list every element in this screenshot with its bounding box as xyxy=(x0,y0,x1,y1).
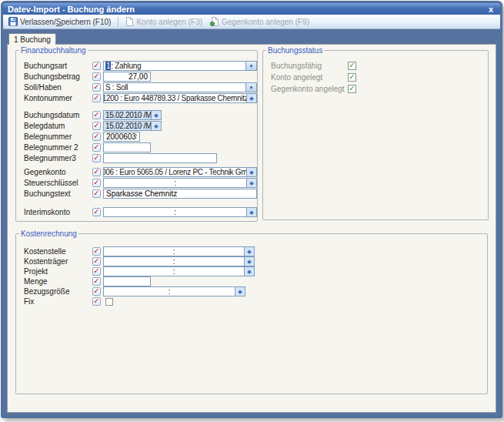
buchungsdatum-value: 15.02.2010 /Mo xyxy=(104,111,151,119)
group-buchungsstatus-title: Buchungsstatus xyxy=(266,46,324,55)
menge-input[interactable] xyxy=(103,276,151,286)
belegdatum-enable-checkbox[interactable]: ✓ xyxy=(92,122,101,130)
belegnummer-enable-checkbox[interactable]: ✓ xyxy=(92,132,101,141)
konto-angelegt-checkbox[interactable]: ✓ xyxy=(348,73,356,82)
spinner-icon[interactable]: ◆ xyxy=(151,111,161,119)
kostenstelle-field[interactable]: : ◆ xyxy=(103,246,255,256)
projekt-value: : xyxy=(104,267,244,276)
tab-buchung[interactable]: 1 Buchung xyxy=(8,33,56,45)
belegnummer3-input[interactable] xyxy=(103,153,217,163)
gegenkonto-enable-checkbox[interactable]: ✓ xyxy=(92,168,101,176)
kontonummer-enable-checkbox[interactable]: ✓ xyxy=(92,94,101,102)
row-steuerschluessel: Steuerschlüssel ✓ : ◆ xyxy=(16,178,257,188)
belegnummer2-label: Belegnummer 2 xyxy=(24,143,92,152)
buchungstext-enable-checkbox[interactable]: ✓ xyxy=(92,189,101,198)
red-check-icon: ✓ xyxy=(93,143,99,151)
belegdatum-field[interactable]: 15.02.2010 /Mo ◆ xyxy=(103,121,162,131)
spinner-icon[interactable]: ◆ xyxy=(244,257,254,266)
chevron-down-icon[interactable]: ▼ xyxy=(245,83,256,92)
buchungsbetrag-enable-checkbox[interactable]: ✓ xyxy=(92,72,101,81)
kostenstelle-enable-checkbox[interactable]: ✓ xyxy=(92,247,101,256)
menge-label: Menge xyxy=(24,277,92,286)
chevron-down-icon[interactable]: ▼ xyxy=(245,62,256,70)
window-title: Datev-Import - Buchung ändern xyxy=(8,5,486,14)
spinner-icon[interactable]: ◆ xyxy=(246,179,256,187)
steuerschluessel-enable-checkbox[interactable]: ✓ xyxy=(92,179,101,187)
soll-haben-dropdown[interactable]: S : Soll ▼ xyxy=(103,82,257,92)
bezugsgroesse-field[interactable]: : ◆ xyxy=(103,286,245,296)
spinner-icon[interactable]: ◆ xyxy=(151,122,161,130)
belegnummer2-input[interactable] xyxy=(103,142,151,152)
form-panel: Finanzbuchhaltung Buchungsart ✓ 1 : Zahl… xyxy=(7,44,496,413)
title-bar[interactable]: Datev-Import - Buchung ändern x xyxy=(3,3,500,15)
buchungsart-dropdown[interactable]: 1 : Zahlung ▼ xyxy=(103,61,257,71)
group-buchungsstatus: Buchungsstatus Buchungsfähig ✓ Konto ang… xyxy=(262,46,489,220)
kontonummer-label: Kontonummer xyxy=(24,94,92,102)
projekt-field[interactable]: : ◆ xyxy=(103,266,255,276)
belegnummer2-enable-checkbox[interactable]: ✓ xyxy=(92,143,101,152)
spinner-icon[interactable]: ◆ xyxy=(235,287,245,296)
save-exit-label: Verlassen/Speichern (F10) xyxy=(20,18,111,26)
konto-angelegt-label: Konto angelegt xyxy=(271,73,348,82)
kostentraeger-enable-checkbox[interactable]: ✓ xyxy=(92,257,101,266)
kostentraeger-field[interactable]: : ◆ xyxy=(103,256,255,266)
projekt-enable-checkbox[interactable]: ✓ xyxy=(92,267,101,276)
menge-enable-checkbox[interactable]: ✓ xyxy=(92,277,101,286)
row-belegnummer: Belegnummer ✓ xyxy=(16,132,257,142)
gegenkonto-angelegt-checkbox[interactable]: ✓ xyxy=(348,85,356,93)
buchungsdatum-field[interactable]: 15.02.2010 /Mo ◆ xyxy=(103,110,162,120)
bezugsgroesse-value: : xyxy=(104,287,235,296)
create-contra-account-button[interactable]: Gegenkonto anlegen (F9) xyxy=(207,16,312,27)
interimskonto-label: Interimskonto xyxy=(24,208,92,216)
create-account-button[interactable]: Konto anlegen (F3) xyxy=(122,16,205,27)
kostenstelle-label: Kostenstelle xyxy=(24,247,92,256)
interimskonto-field[interactable]: : ◆ xyxy=(103,207,257,217)
buchungsfaehig-label: Buchungsfähig xyxy=(271,62,348,70)
row-buchungsdatum: Buchungsdatum ✓ 15.02.2010 /Mo ◆ xyxy=(16,110,257,120)
spinner-icon[interactable]: ◆ xyxy=(246,94,256,102)
save-exit-button[interactable]: Verlassen/Speichern (F10) xyxy=(5,16,114,27)
fix-checkbox[interactable] xyxy=(105,298,113,306)
belegnummer-input[interactable] xyxy=(103,132,140,142)
red-check-icon: ✓ xyxy=(93,72,99,80)
steuerschluessel-value: : xyxy=(104,179,246,187)
steuerschluessel-field[interactable]: : ◆ xyxy=(103,178,257,188)
buchungstext-input[interactable] xyxy=(103,189,257,199)
soll-haben-label: Soll/Haben xyxy=(24,83,92,92)
spinner-icon[interactable]: ◆ xyxy=(244,267,254,276)
buchungsfaehig-checkbox[interactable]: ✓ xyxy=(348,62,356,70)
interimskonto-enable-checkbox[interactable]: ✓ xyxy=(92,208,101,216)
buchungsdatum-enable-checkbox[interactable]: ✓ xyxy=(92,111,101,119)
row-konto-angelegt: Konto angelegt ✓ xyxy=(263,72,488,82)
row-belegdatum: Belegdatum ✓ 15.02.2010 /Mo ◆ xyxy=(16,121,257,131)
group-finanzbuchhaltung-title: Finanzbuchhaltung xyxy=(19,46,88,55)
spinner-icon[interactable]: ◆ xyxy=(246,208,256,216)
buchungsart-enable-checkbox[interactable]: ✓ xyxy=(92,62,101,70)
row-kostenstelle: Kostenstelle ✓ : ◆ xyxy=(16,246,487,256)
spinner-icon[interactable]: ◆ xyxy=(244,247,254,256)
red-check-icon: ✓ xyxy=(93,257,99,265)
kontonummer-field[interactable]: 1200 : Euro 448789.33 / Sparkasse Chemni… xyxy=(103,93,257,103)
soll-haben-enable-checkbox[interactable]: ✓ xyxy=(92,83,101,92)
row-projekt: Projekt ✓ : ◆ xyxy=(16,266,487,276)
close-icon[interactable]: x xyxy=(486,5,496,14)
bezugsgroesse-enable-checkbox[interactable]: ✓ xyxy=(92,287,101,296)
row-gegenkonto: Gegenkonto ✓ 10006 : Euro 5065.05 / Lore… xyxy=(16,167,257,177)
red-check-icon: ✓ xyxy=(93,247,99,255)
gegenkonto-field[interactable]: 10006 : Euro 5065.05 / Lorenz PC - Techn… xyxy=(103,167,257,177)
row-bezugsgroesse: Bezugsgröße ✓ : ◆ xyxy=(16,286,487,296)
buchungsbetrag-input[interactable] xyxy=(103,72,151,82)
document-icon xyxy=(125,17,134,26)
floppy-disk-icon xyxy=(8,17,18,26)
bezugsgroesse-label: Bezugsgröße xyxy=(24,287,92,296)
group-finanzbuchhaltung: Finanzbuchhaltung Buchungsart ✓ 1 : Zahl… xyxy=(15,46,258,222)
red-check-icon: ✓ xyxy=(93,297,99,305)
red-check-icon: ✓ xyxy=(93,277,99,285)
spinner-icon[interactable]: ◆ xyxy=(246,168,256,176)
belegnummer3-enable-checkbox[interactable]: ✓ xyxy=(92,154,101,162)
fix-enable-checkbox[interactable]: ✓ xyxy=(92,297,101,306)
fix-label: Fix xyxy=(24,297,92,306)
belegnummer3-label: Belegnummer3 xyxy=(24,154,92,162)
gegenkonto-value: 10006 : Euro 5065.05 / Lorenz PC - Techn… xyxy=(104,168,246,176)
gegenkonto-label: Gegenkonto xyxy=(24,168,92,176)
